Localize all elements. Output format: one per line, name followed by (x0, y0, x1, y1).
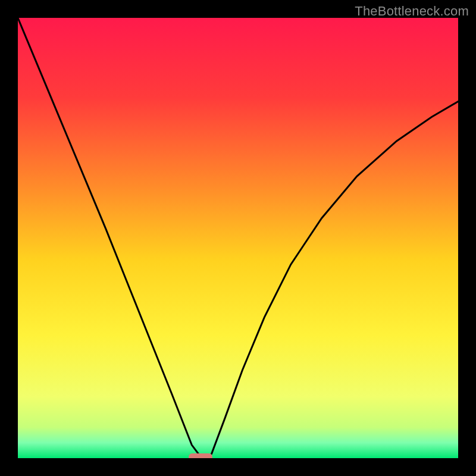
optimal-marker (189, 453, 213, 458)
chart-frame: TheBottleneck.com (0, 0, 476, 476)
watermark-text: TheBottleneck.com (355, 4, 469, 19)
plot-area (18, 18, 458, 458)
bottleneck-curves (18, 18, 458, 458)
right-curve (212, 102, 458, 454)
left-curve (18, 18, 198, 454)
